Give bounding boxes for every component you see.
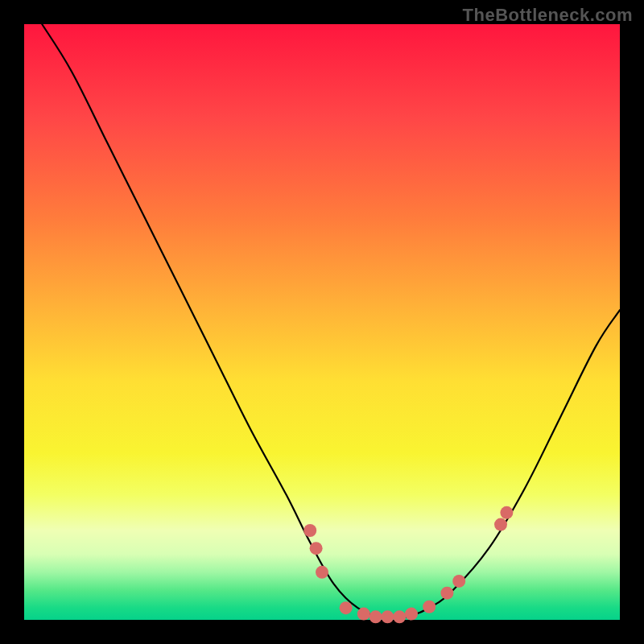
data-point [440, 587, 453, 600]
data-point [357, 608, 370, 621]
data-points [303, 506, 513, 624]
data-point [340, 601, 353, 614]
data-point [316, 566, 328, 579]
data-point [393, 610, 406, 623]
watermark-text: TheBottleneck.com [463, 5, 633, 26]
data-point [405, 608, 418, 621]
data-point [310, 542, 323, 555]
curve-layer [24, 24, 620, 620]
data-point [303, 524, 316, 537]
data-point [500, 506, 513, 519]
data-point [381, 610, 394, 623]
chart-frame: TheBottleneck.com [0, 0, 644, 644]
data-point [369, 610, 382, 623]
bottleneck-curve [42, 24, 620, 618]
plot-area [24, 24, 620, 620]
data-point [452, 575, 465, 588]
data-point [494, 518, 507, 531]
data-point [423, 601, 436, 613]
